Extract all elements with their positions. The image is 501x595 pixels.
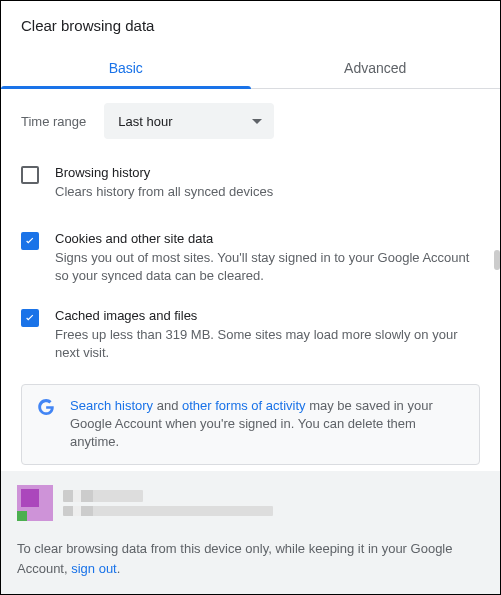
option-desc: Signs you out of most sites. You'll stay… [55,249,480,285]
option-desc: Frees up less than 319 MB. Some sites ma… [55,326,480,362]
footer: To clear browsing data from this device … [1,471,500,594]
search-history-link[interactable]: Search history [70,398,153,413]
option-cookies: Cookies and other site data Signs you ou… [21,231,480,285]
check-icon [23,311,37,325]
redacted-profile-info [63,490,273,516]
check-icon [23,234,37,248]
checkbox-cache[interactable] [21,309,39,327]
scrollbar[interactable] [494,81,500,418]
google-account-info: Search history and other forms of activi… [21,384,480,465]
tab-advanced[interactable]: Advanced [251,48,501,88]
profile-row [17,485,484,521]
google-icon [36,397,56,417]
option-desc: Clears history from all synced devices [55,183,480,201]
option-title: Cached images and files [55,308,480,323]
time-range-value: Last hour [118,114,172,129]
time-range-label: Time range [21,114,86,129]
footer-text: To clear browsing data from this device … [17,539,484,578]
dialog-title: Clear browsing data [21,17,480,34]
sign-out-link[interactable]: sign out [71,561,117,576]
option-cache: Cached images and files Frees up less th… [21,308,480,362]
info-text: Search history and other forms of activi… [70,397,465,452]
avatar [17,485,53,521]
other-activity-link[interactable]: other forms of activity [182,398,306,413]
tab-basic[interactable]: Basic [1,48,251,88]
chevron-down-icon [252,119,262,124]
time-range-select[interactable]: Last hour [104,103,274,139]
tabs: Basic Advanced [1,48,500,89]
checkbox-browsing-history[interactable] [21,166,39,184]
option-title: Browsing history [55,165,480,180]
checkbox-cookies[interactable] [21,232,39,250]
option-title: Cookies and other site data [55,231,480,246]
option-browsing-history: Browsing history Clears history from all… [21,165,480,201]
